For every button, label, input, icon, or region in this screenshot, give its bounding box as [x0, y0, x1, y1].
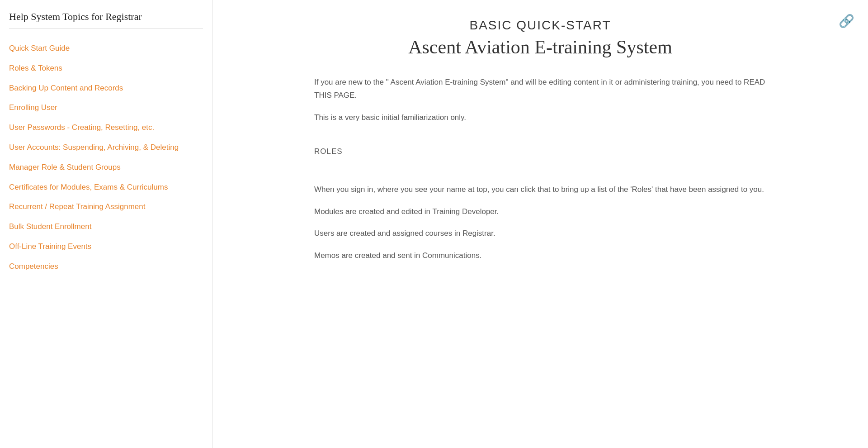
sidebar-item-manager-role: Manager Role & Student Groups: [9, 158, 203, 176]
sidebar-link-bulk-enrollment[interactable]: Bulk Student Enrollment: [9, 218, 203, 236]
roles-paragraph-4: Memos are created and sent in Communicat…: [314, 249, 766, 262]
content-body: If you are new to the " Ascent Aviation …: [314, 76, 766, 262]
sidebar-item-bulk-enrollment: Bulk Student Enrollment: [9, 218, 203, 236]
sidebar-title: Help System Topics for Registrar: [9, 11, 203, 29]
sidebar-item-offline-training: Off-Line Training Events: [9, 238, 203, 256]
roles-paragraph-2: Modules are created and edited in Traini…: [314, 205, 766, 219]
sidebar-link-offline-training[interactable]: Off-Line Training Events: [9, 238, 203, 256]
sidebar-link-user-accounts[interactable]: User Accounts: Suspending, Archiving, & …: [9, 138, 203, 157]
sidebar-link-recurrent-training[interactable]: Recurrent / Repeat Training Assignment: [9, 198, 203, 216]
sidebar-navigation: Quick Start GuideRoles & TokensBacking U…: [9, 39, 203, 276]
sidebar-item-quick-start-guide: Quick Start Guide: [9, 39, 203, 57]
sidebar: Help System Topics for Registrar Quick S…: [0, 0, 212, 448]
sidebar-item-certificates: Certificates for Modules, Exams & Curric…: [9, 178, 203, 196]
main-content: 🔗 BASIC QUICK-START Ascent Aviation E-tr…: [212, 0, 868, 448]
roles-paragraph-1: When you sign in, where you see your nam…: [314, 183, 766, 196]
sidebar-link-backing-up[interactable]: Backing Up Content and Records: [9, 79, 203, 97]
sidebar-item-recurrent-training: Recurrent / Repeat Training Assignment: [9, 198, 203, 216]
sidebar-item-competencies: Competencies: [9, 257, 203, 276]
sidebar-link-roles-tokens[interactable]: Roles & Tokens: [9, 59, 203, 77]
divider-2: [314, 170, 766, 183]
page-title-section: BASIC QUICK-START Ascent Aviation E-trai…: [240, 18, 841, 58]
sidebar-link-quick-start-guide[interactable]: Quick Start Guide: [9, 39, 203, 57]
sidebar-item-enrolling-user: Enrolling User: [9, 99, 203, 117]
sidebar-link-enrolling-user[interactable]: Enrolling User: [9, 99, 203, 117]
page-link-icon[interactable]: 🔗: [839, 14, 854, 29]
basic-note-paragraph: This is a very basic initial familiariza…: [314, 111, 766, 124]
sidebar-item-roles-tokens: Roles & Tokens: [9, 59, 203, 77]
intro-paragraph: If you are new to the " Ascent Aviation …: [314, 76, 766, 102]
roles-heading: ROLES: [314, 147, 766, 156]
sidebar-link-competencies[interactable]: Competencies: [9, 257, 203, 276]
sidebar-item-user-passwords: User Passwords - Creating, Resetting, et…: [9, 119, 203, 137]
roles-paragraph-3: Users are created and assigned courses i…: [314, 227, 766, 240]
page-title: Ascent Aviation E-training System: [240, 36, 841, 58]
page-subtitle: BASIC QUICK-START: [240, 18, 841, 33]
divider-1: [314, 133, 766, 147]
sidebar-link-manager-role[interactable]: Manager Role & Student Groups: [9, 158, 203, 176]
sidebar-link-certificates[interactable]: Certificates for Modules, Exams & Curric…: [9, 178, 203, 196]
sidebar-link-user-passwords[interactable]: User Passwords - Creating, Resetting, et…: [9, 119, 203, 137]
sidebar-item-backing-up: Backing Up Content and Records: [9, 79, 203, 97]
sidebar-item-user-accounts: User Accounts: Suspending, Archiving, & …: [9, 138, 203, 157]
